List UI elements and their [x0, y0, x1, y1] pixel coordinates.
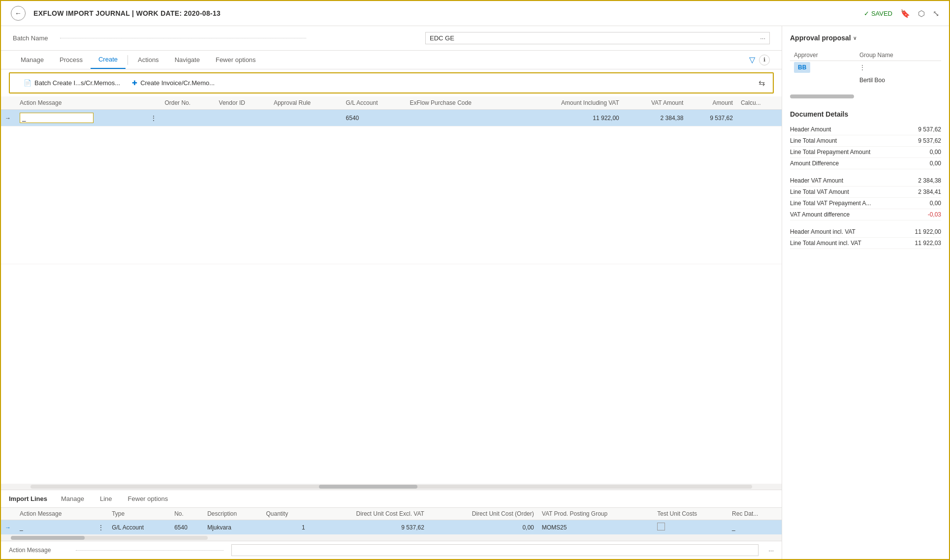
doc-details-spacer [790, 169, 941, 175]
approver-badge: BB [794, 62, 810, 73]
import-lines-table-scroll[interactable]: Action Message Type No. Description Quan… [1, 508, 782, 535]
import-col-more [94, 508, 108, 520]
tab-navigate[interactable]: Navigate [167, 51, 208, 68]
doc-detail-label-5: Line Total VAT Amount [790, 188, 849, 195]
col-vendor-id: Vendor ID [215, 96, 270, 110]
col-exflow-code: ExFlow Purchase Code [406, 96, 517, 110]
import-lines-tab-line[interactable]: Line [98, 494, 114, 503]
import-row-more[interactable]: ⋮ [94, 520, 108, 535]
tab-process[interactable]: Process [52, 51, 91, 68]
main-table: Action Message Order No. Vendor ID Appro… [1, 96, 782, 264]
batch-name-input[interactable] [430, 34, 760, 42]
action-message-input[interactable] [20, 113, 94, 123]
doc-detail-row-5: Line Total VAT Amount 2 384,41 [790, 187, 941, 198]
tab-actions[interactable]: Actions [130, 51, 167, 68]
row-approval-rule [270, 110, 342, 126]
top-bar: ← EXFLOW IMPORT JOURNAL | WORK DATE: 202… [1, 1, 949, 26]
import-hscroll[interactable] [1, 535, 782, 541]
row-exflow-code [406, 110, 517, 126]
approval-chevron[interactable]: ∨ [853, 35, 856, 41]
batch-more-icon[interactable]: ··· [760, 34, 765, 42]
create-invoice-button[interactable]: ✚ Create Invoice/Cr.Memo... [126, 76, 221, 90]
tab-fewer-options[interactable]: Fewer options [208, 51, 264, 68]
tab-create[interactable]: Create [91, 51, 126, 69]
batch-create-label: Batch Create I...s/Cr.Memos... [34, 79, 120, 87]
main-table-scroll[interactable]: Action Message Order No. Vendor ID Appro… [1, 96, 782, 484]
row-vendor-id [215, 110, 270, 126]
doc-detail-row-2: Line Total Prepayment Amount 0,00 [790, 147, 941, 158]
footer-more-icon[interactable]: ··· [768, 547, 774, 554]
col-approval-rule: Approval Rule [270, 96, 342, 110]
batch-name-row: Batch Name ··· [1, 26, 782, 51]
info-icon[interactable]: ℹ [759, 55, 770, 65]
import-row-description: Mjukvara [203, 520, 262, 535]
toolbar-row: 📄 Batch Create I...s/Cr.Memos... ✚ Creat… [9, 72, 774, 93]
doc-detail-value-4: 2 384,38 [918, 177, 941, 184]
batch-create-button[interactable]: 📄 Batch Create I...s/Cr.Memos... [18, 76, 126, 90]
row-vat-amount: 2 384,38 [623, 110, 688, 126]
doc-detail-label-7: VAT Amount difference [790, 211, 850, 218]
doc-detail-row-0: Header Amount 9 537,62 [790, 124, 941, 135]
import-row-rec-dat: _ [728, 520, 782, 535]
import-hscroll-thumb[interactable] [11, 536, 85, 540]
share-icon[interactable]: ⬡ [918, 9, 925, 18]
import-lines-table: Action Message Type No. Description Quan… [1, 508, 782, 535]
row-action-message[interactable] [16, 110, 147, 126]
tab-right-actions: ▽ ℹ [749, 55, 770, 65]
saved-label: SAVED [871, 10, 892, 17]
import-lines-header: Import Lines Manage Line Fewer options [1, 490, 782, 508]
main-table-hscroll[interactable] [1, 484, 782, 490]
import-row-direct-cost-order: 0,00 [428, 520, 538, 535]
import-row-arrow: → [1, 520, 16, 535]
doc-detail-value-3: 0,00 [930, 160, 941, 167]
doc-details-section: Document Details Header Amount 9 537,62 … [790, 110, 941, 249]
hscroll-thumb[interactable] [319, 485, 417, 489]
saved-indicator: ✓ SAVED [864, 10, 892, 17]
import-col-direct-cost-order: Direct Unit Cost (Order) [428, 508, 538, 520]
row-calc [737, 110, 782, 126]
footer-input[interactable] [231, 544, 759, 556]
approval-more-cell: ⋮ [855, 61, 941, 74]
back-button[interactable]: ← [11, 6, 26, 21]
doc-details-spacer-2 [790, 220, 941, 226]
bookmark-icon[interactable]: 🔖 [900, 9, 910, 18]
import-row-test-unit [653, 520, 728, 535]
doc-detail-row-3: Amount Difference 0,00 [790, 158, 941, 169]
approval-more-button[interactable]: ⋮ [859, 64, 865, 71]
filter-icon[interactable]: ▽ [749, 55, 755, 64]
pin-icon[interactable]: ⇆ [759, 78, 765, 88]
test-unit-checkbox[interactable] [657, 523, 665, 530]
hscroll-track [31, 485, 752, 489]
doc-detail-row-4: Header VAT Amount 2 384,38 [790, 175, 941, 187]
doc-detail-label-8: Header Amount incl. VAT [790, 228, 855, 235]
import-lines-title: Import Lines [9, 495, 47, 502]
tab-manage[interactable]: Manage [13, 51, 52, 68]
import-col-description: Description [203, 508, 262, 520]
import-lines-tab-fewer[interactable]: Fewer options [126, 494, 170, 503]
doc-detail-row-6: Line Total VAT Prepayment A... 0,00 [790, 198, 941, 209]
doc-detail-label-2: Line Total Prepayment Amount [790, 149, 870, 156]
row-amount: 9 537,62 [687, 110, 737, 126]
table-row: → ⋮ 6540 11 922,00 [1, 110, 782, 126]
doc-detail-label-9: Line Total Amount incl. VAT [790, 240, 861, 247]
approval-scroll-indicator [790, 94, 854, 98]
right-panel: Approval proposal ∨ Approver Group Name … [782, 26, 949, 559]
batch-input-wrap: ··· [425, 32, 770, 44]
doc-detail-value-8: 11 922,00 [915, 228, 941, 235]
collapse-icon[interactable]: ⤡ [933, 9, 939, 18]
doc-detail-value-6: 0,00 [930, 200, 941, 207]
approval-table: Approver Group Name BB ⋮ [790, 50, 941, 87]
doc-detail-label-6: Line Total VAT Prepayment A... [790, 200, 871, 207]
import-row-type: G/L Account [108, 520, 170, 535]
import-row-no: 6540 [170, 520, 203, 535]
doc-details-title: Document Details [790, 110, 941, 118]
doc-detail-row-8: Header Amount incl. VAT 11 922,00 [790, 226, 941, 238]
row-more[interactable]: ⋮ [147, 110, 160, 126]
import-col-arrow [1, 508, 16, 520]
doc-detail-label-0: Header Amount [790, 126, 831, 133]
col-arrow [1, 96, 16, 110]
col-amount-inc-vat: Amount Including VAT [517, 96, 623, 110]
import-col-action-message: Action Message [16, 508, 94, 520]
import-lines-tab-manage[interactable]: Manage [59, 494, 86, 503]
import-row-quantity: 1 [262, 520, 309, 535]
